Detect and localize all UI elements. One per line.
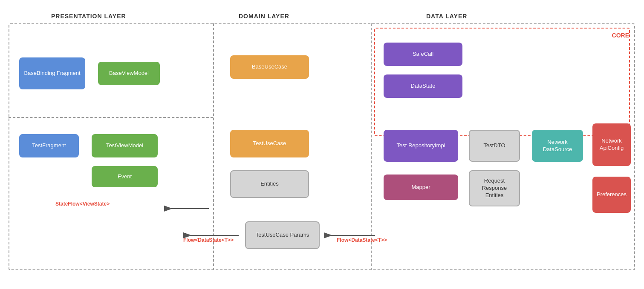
data-state-node: DataState [384, 74, 462, 98]
network-api-config-node: Network ApiConfig [592, 123, 631, 166]
request-response-entities-node: Request Response Entities [469, 170, 520, 206]
safe-call-node: SafeCall [384, 43, 462, 66]
presentation-layer-label: PRESENTATION LAYER [51, 13, 126, 20]
divider-2 [371, 23, 372, 270]
test-fragment-node: TestFragment [19, 134, 79, 157]
mapper-node: Mapper [384, 175, 458, 200]
flow-right-label: Flow<DataState<T>> [337, 237, 387, 243]
network-data-source-node: Network DataSource [532, 130, 583, 162]
state-flow-label: StateFlow<ViewState> [55, 201, 110, 207]
entities-node: Entities [230, 170, 309, 198]
domain-layer-label: DOMAIN LAYER [239, 13, 289, 20]
flow-left-label: Flow<DataState<T>> [183, 237, 234, 243]
diagram: PRESENTATION LAYER DOMAIN LAYER DATA LAY… [0, 0, 644, 289]
divider-1 [213, 23, 214, 270]
event-node: Event [92, 166, 158, 187]
test-use-case-node: TestUseCase [230, 130, 309, 157]
base-binding-fragment-node: BaseBinding Fragment [19, 57, 85, 89]
core-label: CORE [612, 32, 629, 39]
test-repository-impl-node: Test RepositoryImpl [384, 130, 458, 162]
test-use-case-params-node: TestUseCase Params [245, 221, 320, 249]
base-use-case-node: BaseUseCase [230, 55, 309, 79]
h-divider-presentation [9, 117, 213, 118]
test-dto-node: TestDTO [469, 130, 520, 162]
data-layer-label: DATA LAYER [426, 13, 467, 20]
base-view-model-node: BaseViewModel [98, 62, 160, 85]
test-view-model-node: TestViewModel [92, 134, 158, 157]
preferences-node: Preferences [592, 177, 631, 213]
